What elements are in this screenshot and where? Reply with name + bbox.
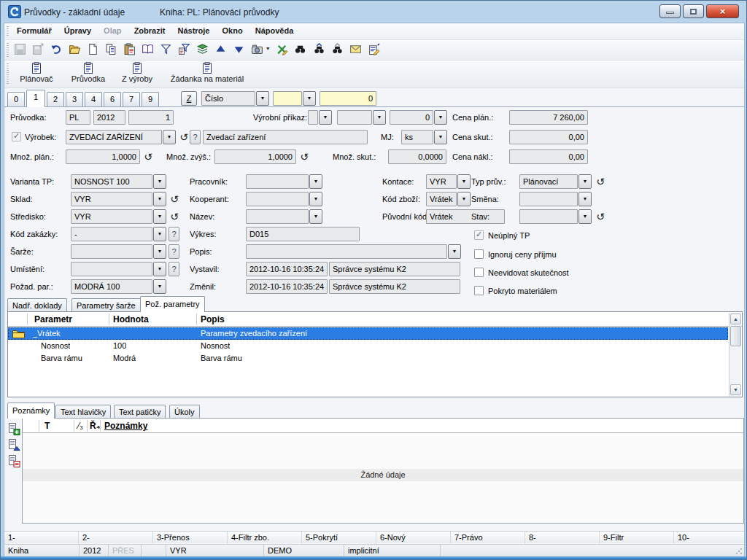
vykres-field[interactable]: D015 xyxy=(246,227,360,241)
umisteni-dropdown-icon[interactable]: ▼ xyxy=(153,262,166,276)
toolbar-grip[interactable] xyxy=(7,43,9,57)
camera-dropdown-icon[interactable]: ▼ xyxy=(266,40,272,51)
pruvodka-number-field[interactable]: 1 xyxy=(128,110,174,125)
kod-zbozi-dropdown-icon[interactable]: ▼ xyxy=(457,192,471,206)
open-icon[interactable] xyxy=(66,42,82,58)
kod-zbozi-field[interactable]: Vrátek xyxy=(426,192,457,206)
smena-dropdown-icon[interactable]: ▼ xyxy=(578,192,592,206)
planovac-button[interactable]: Plánovač xyxy=(13,61,60,87)
record-tab-2[interactable]: 2 xyxy=(47,92,64,106)
pokryto-checkbox[interactable] xyxy=(474,286,484,295)
menu-grip[interactable] xyxy=(7,26,9,36)
new-document-icon[interactable] xyxy=(85,42,101,58)
kooperant-field[interactable] xyxy=(246,192,309,206)
vyrobek-code-field[interactable]: ZVEDACÍ ZAŘÍZENÍ xyxy=(66,130,162,144)
umisteni-help-button[interactable]: ? xyxy=(169,262,179,276)
typ-pruv-field[interactable]: Plánovací xyxy=(519,174,578,189)
mj-dropdown-icon[interactable]: ▼ xyxy=(434,130,447,144)
fn-key-9[interactable]: 9-Filtr xyxy=(600,532,674,544)
quick-search-input[interactable] xyxy=(273,91,302,106)
vyrobek-name-field[interactable]: Zvedací zařízení xyxy=(203,130,368,144)
camera-icon[interactable] xyxy=(249,42,266,58)
varianta-tp-field[interactable]: NOSNOST 100 xyxy=(71,174,152,189)
undo-icon[interactable] xyxy=(48,42,64,58)
pozad-par-field[interactable]: MODRÁ 100 xyxy=(71,279,152,294)
menu-formular[interactable]: Formulář xyxy=(12,23,57,35)
action-bar-grip[interactable] xyxy=(7,63,9,85)
resize-grip[interactable] xyxy=(735,548,743,555)
pracovnik-dropdown-icon[interactable]: ▼ xyxy=(309,174,322,189)
popis-dropdown-icon[interactable]: ▼ xyxy=(448,244,461,259)
fn-key-8[interactable]: 8- xyxy=(525,532,600,544)
title-bar[interactable]: Průvodky - základní údaje Kniha: PL: Plá… xyxy=(4,3,745,22)
vyrobek-history-icon[interactable]: ↺ xyxy=(178,130,190,144)
sklad-history-icon[interactable]: ↺ xyxy=(169,192,180,206)
mail-icon[interactable] xyxy=(347,42,363,58)
scroll-down-icon[interactable]: ▼ xyxy=(730,384,741,395)
neuplny-tp-checkbox[interactable] xyxy=(474,230,484,240)
stredisko-dropdown-icon[interactable]: ▼ xyxy=(153,209,166,224)
sarze-help-button[interactable]: ? xyxy=(169,244,179,259)
vyrobni-prikaz-part1-field[interactable] xyxy=(308,110,318,125)
kod-zakazky-help-button[interactable]: ? xyxy=(169,227,179,241)
mnoz-zvys-history-icon[interactable]: ↺ xyxy=(298,149,310,164)
kontace-field[interactable]: VYR xyxy=(426,174,457,189)
vyrobni-prikaz-part1-dropdown-icon[interactable]: ▼ xyxy=(319,110,332,125)
fn-key-7[interactable]: 7-Právo xyxy=(451,532,525,544)
sklad-dropdown-icon[interactable]: ▼ xyxy=(153,192,166,206)
copy-icon[interactable] xyxy=(103,42,119,58)
fn-key-3[interactable]: 3-Přenos xyxy=(153,532,228,544)
typ-pruv-history-icon[interactable]: ↺ xyxy=(595,174,606,189)
record-tab-9[interactable]: 9 xyxy=(142,92,159,106)
find-special-icon[interactable] xyxy=(329,42,345,58)
neevidovat-checkbox[interactable] xyxy=(474,268,484,277)
tab-poznamky[interactable]: Poznámky xyxy=(7,402,55,419)
edit-note-icon[interactable] xyxy=(365,42,382,58)
tab-text-hlavicky[interactable]: Text hlavičky xyxy=(55,405,111,419)
open-book-icon[interactable] xyxy=(139,42,155,58)
find-icon[interactable] xyxy=(293,42,309,58)
record-tab-0[interactable]: 0 xyxy=(7,92,25,106)
ignoruj-ceny-checkbox[interactable] xyxy=(474,249,484,259)
pruvodka-button[interactable]: Průvodka xyxy=(64,61,112,87)
mnoz-zvys-field[interactable]: 1,0000 xyxy=(214,149,296,164)
menu-nastroje[interactable]: Nástroje xyxy=(172,23,214,35)
fn-key-10[interactable]: 10- xyxy=(674,532,746,544)
tab-ukoly[interactable]: Úkoly xyxy=(169,405,200,419)
stav-field[interactable] xyxy=(519,209,578,224)
filter-icon[interactable] xyxy=(158,42,174,58)
record-tab-7[interactable]: 7 xyxy=(123,92,140,106)
record-tab-4[interactable]: 4 xyxy=(85,92,102,106)
stredisko-history-icon[interactable]: ↺ xyxy=(169,209,180,224)
nazev-dropdown-icon[interactable]: ▼ xyxy=(309,209,322,224)
vyrobek-dropdown-icon[interactable]: ▼ xyxy=(163,130,176,144)
table-row[interactable]: Nosnost 100 Nosnost xyxy=(8,340,728,352)
z-button[interactable]: Z xyxy=(181,91,197,106)
kod-zakazky-dropdown-icon[interactable]: ▼ xyxy=(153,227,166,241)
minimize-button[interactable] xyxy=(659,4,681,18)
add-note-icon[interactable] xyxy=(7,422,20,436)
pruvodka-year-field[interactable]: 2012 xyxy=(93,110,125,125)
move-down-icon[interactable] xyxy=(231,42,247,58)
pozad-par-dropdown-icon[interactable]: ▼ xyxy=(153,279,166,294)
kontace-dropdown-icon[interactable]: ▼ xyxy=(457,174,471,189)
popis-field[interactable] xyxy=(246,244,447,259)
menu-zobrazit[interactable]: Zobrazit xyxy=(129,23,171,35)
fn-key-4[interactable]: 4-Filtr zbo. xyxy=(228,532,302,544)
filter-document-icon[interactable] xyxy=(177,42,193,58)
tab-text-paticky[interactable]: Text patičky xyxy=(114,405,166,419)
insert-note-icon[interactable] xyxy=(7,438,20,452)
mj-field[interactable]: ks xyxy=(401,130,433,144)
varianta-tp-dropdown-icon[interactable]: ▼ xyxy=(153,174,166,189)
search-column-dropdown-icon[interactable]: ▼ xyxy=(256,91,269,106)
fn-key-2[interactable]: 2- xyxy=(79,532,153,544)
tab-nadr-doklady[interactable]: Nadř. doklady xyxy=(7,298,67,312)
delete-note-icon[interactable] xyxy=(7,454,20,468)
vyrobek-help-button[interactable]: ? xyxy=(190,130,201,144)
batch-book-icon[interactable] xyxy=(195,42,211,58)
zadanka-button[interactable]: Žádanka na materiál xyxy=(162,61,252,87)
stredisko-field[interactable]: VYR xyxy=(71,209,152,224)
restore-button[interactable] xyxy=(683,4,704,18)
sarze-dropdown-icon[interactable]: ▼ xyxy=(153,244,166,259)
paste-icon[interactable] xyxy=(121,42,137,58)
